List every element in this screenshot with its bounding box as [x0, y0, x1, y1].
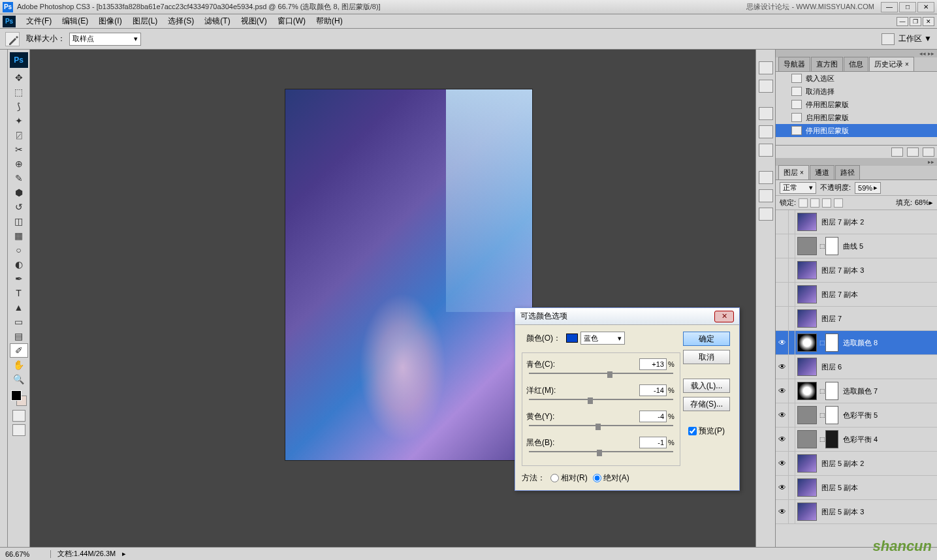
layer-name[interactable]: 图层 7 [819, 314, 937, 324]
magic-wand-tool[interactable]: ✦ [10, 114, 28, 128]
close-button[interactable]: ✕ [917, 2, 934, 12]
layer-thumbnail[interactable] [797, 334, 817, 352]
shape-tool[interactable]: ▭ [10, 315, 28, 329]
layer-name[interactable]: 图层 7 副本 [819, 290, 937, 300]
layer-visibility-icon[interactable]: 👁 [776, 379, 789, 403]
dock-icon-2[interactable] [759, 80, 773, 93]
layer-mask-thumbnail[interactable] [825, 334, 838, 352]
layer-item[interactable]: 图层 7 副本 2 [776, 210, 937, 234]
slice-tool[interactable]: ✂ [10, 142, 28, 157]
history-item[interactable]: 停用图层蒙版 [776, 98, 937, 111]
layers-list[interactable]: 图层 7 副本 2⬚曲线 5图层 7 副本 3图层 7 副本图层 7👁⬚选取颜色… [776, 210, 937, 547]
eraser-tool[interactable]: ◫ [10, 214, 28, 228]
sample-size-dropdown[interactable]: 取样点▾ [69, 33, 141, 46]
layer-thumbnail[interactable] [797, 309, 817, 328]
layer-visibility-icon[interactable]: 👁 [776, 355, 789, 379]
layer-name[interactable]: 选取颜色 7 [840, 386, 937, 396]
magenta-input[interactable]: -14 [639, 384, 667, 396]
layer-name[interactable]: 图层 6 [819, 362, 937, 372]
tab-layers[interactable]: 图层× [778, 165, 809, 179]
toolbox-logo-icon[interactable]: Ps [10, 52, 28, 68]
blur-tool[interactable]: ○ [10, 243, 28, 257]
layer-item[interactable]: 👁图层 6 [776, 355, 937, 379]
lock-all-button[interactable] [834, 198, 843, 208]
gradient-tool[interactable]: ▦ [10, 228, 28, 243]
layer-item[interactable]: 👁⬚色彩平衡 4 [776, 428, 937, 452]
layer-visibility-icon[interactable]: 👁 [776, 500, 789, 523]
dock-icon-7[interactable] [759, 189, 773, 202]
maximize-button[interactable]: □ [899, 2, 916, 12]
history-snapshot-button[interactable] [891, 148, 903, 157]
type-tool[interactable]: T [10, 286, 28, 300]
layer-thumbnail[interactable] [797, 261, 817, 279]
zoom-tool[interactable]: 🔍 [10, 372, 28, 386]
menu-image[interactable]: 图像(I) [93, 14, 127, 28]
stamp-tool[interactable]: ⬢ [10, 185, 28, 200]
quick-mask-button[interactable] [12, 410, 25, 422]
tab-channels[interactable]: 通道 [810, 165, 834, 179]
layer-name[interactable]: 图层 5 副本 3 [819, 507, 937, 517]
foreground-color[interactable] [11, 390, 22, 401]
layer-item[interactable]: 图层 7 [776, 307, 937, 331]
layer-thumbnail[interactable] [797, 358, 817, 376]
marquee-tool[interactable]: ⬚ [10, 85, 28, 99]
doc-close-button[interactable]: ✕ [923, 17, 934, 26]
layer-thumbnail[interactable] [797, 285, 817, 303]
layer-visibility-icon[interactable]: 👁 [776, 403, 789, 427]
brush-tool[interactable]: ✎ [10, 171, 28, 185]
layer-thumbnail[interactable] [797, 382, 817, 400]
layer-visibility-icon[interactable] [776, 234, 789, 258]
layer-name[interactable]: 色彩平衡 4 [840, 435, 937, 444]
black-slider[interactable] [526, 450, 676, 459]
zoom-level[interactable]: 66.67% [5, 550, 51, 558]
layer-name[interactable]: 图层 5 副本 [819, 483, 937, 493]
menu-edit[interactable]: 编辑(E) [57, 14, 93, 28]
preview-checkbox[interactable]: 预览(P) [688, 426, 725, 437]
tab-info[interactable]: 信息 [844, 57, 868, 71]
magenta-slider[interactable] [526, 397, 676, 407]
layer-item[interactable]: ⬚曲线 5 [776, 234, 937, 258]
menu-layer[interactable]: 图层(L) [127, 14, 163, 28]
lock-position-button[interactable] [822, 198, 831, 208]
layer-visibility-icon[interactable] [776, 210, 789, 234]
black-input[interactable]: -1 [639, 437, 667, 448]
cancel-button[interactable]: 取消 [683, 350, 730, 364]
layer-name[interactable]: 选取颜色 8 [840, 338, 937, 348]
opacity-input[interactable]: 59%▸ [855, 182, 881, 194]
layer-name[interactable]: 曲线 5 [840, 241, 937, 251]
layer-item[interactable]: 👁图层 5 副本 2 [776, 452, 937, 476]
menu-help[interactable]: 帮助(H) [311, 14, 348, 28]
layer-thumbnail[interactable] [797, 406, 817, 424]
cyan-slider[interactable] [526, 371, 676, 381]
relative-radio[interactable]: 相对(R) [550, 473, 588, 484]
doc-restore-button[interactable]: ❐ [910, 17, 921, 26]
color-dropdown[interactable]: 蓝色▾ [580, 332, 625, 345]
lasso-tool[interactable]: ⟆ [10, 99, 28, 114]
menu-window[interactable]: 窗口(W) [272, 14, 311, 28]
layer-thumbnail[interactable] [797, 503, 817, 521]
eyedropper-options-icon[interactable] [5, 32, 20, 46]
absolute-radio[interactable]: 绝对(A) [593, 473, 629, 484]
layer-name[interactable]: 色彩平衡 5 [840, 411, 937, 420]
dock-icon-3[interactable] [759, 107, 773, 120]
screen-mode-button[interactable] [12, 424, 25, 436]
dock-icon-1[interactable] [759, 61, 773, 74]
lock-transparent-button[interactable] [799, 198, 808, 208]
tab-navigator[interactable]: 导航器 [778, 57, 810, 71]
ok-button[interactable]: 确定 [683, 332, 730, 346]
dock-icon-6[interactable] [759, 171, 773, 184]
history-item[interactable]: 启用图层蒙版 [776, 111, 937, 124]
layer-thumbnail[interactable] [797, 213, 817, 231]
history-brush-tool[interactable]: ↺ [10, 200, 28, 214]
ps-badge-icon[interactable]: Ps [3, 16, 16, 27]
load-button[interactable]: 载入(L)... [683, 379, 730, 393]
workspace-icon[interactable] [881, 33, 895, 45]
layer-name[interactable]: 图层 7 副本 3 [819, 266, 937, 275]
save-button[interactable]: 存储(S)... [683, 397, 730, 411]
menu-view[interactable]: 视图(V) [236, 14, 272, 28]
history-item[interactable]: 载入选区 [776, 72, 937, 85]
layer-visibility-icon[interactable]: 👁 [776, 428, 789, 451]
layer-visibility-icon[interactable]: 👁 [776, 331, 789, 354]
canvas-area[interactable]: 可选颜色选项 ✕ 颜色(O)： 蓝色▾ 青色(C): +13 [30, 50, 755, 547]
tab-paths[interactable]: 路径 [835, 165, 860, 179]
